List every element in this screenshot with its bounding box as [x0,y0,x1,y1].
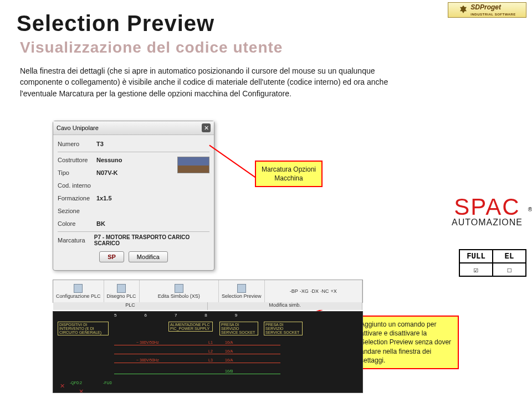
cad-txt-l1-v: ~ 380V/50Hz [136,340,159,344]
edita-simbolo-icon [175,284,183,293]
spac-small: AUTOMAZIONE [452,218,523,227]
cad-tag-l2: L2 [208,349,213,353]
cad-tag-l3: L3 [208,358,213,362]
val-numero: T3 [96,141,104,147]
dialog-title: Cavo Unipolare [57,125,99,131]
cad-highlight-circle [246,311,263,312]
cad-comp-qf: -QF0:2 [70,381,82,385]
el-check: ☐ [493,263,526,276]
toolbar-item-selection-preview[interactable]: Selection Preview [219,280,265,302]
val-formazione: 1x1.5 [96,195,112,201]
cad-txt-l3-v: ~ 380V/50Hz [136,358,159,362]
lbl-formazione: Formazione [58,195,96,201]
registered-mark: ® [528,206,532,213]
iconstrip-3[interactable]: ·NC [320,288,329,294]
iconstrip-1[interactable]: -XG [300,288,309,294]
toolbar-lbl-2: Edita Simbolo (XS) [158,293,200,299]
gear-icon [458,5,468,15]
val-colore: BK [96,220,105,227]
sdproget-logo: SDProget INDUSTRIAL SOFTWARE [448,2,526,18]
toolbar-lbl-3: Selection Preview [222,293,262,299]
dialog-titlebar: Cavo Unipolare ✕ [53,121,214,135]
lbl-numero: Numero [58,141,96,147]
iconstrip-2[interactable]: ·DX [310,288,319,294]
cad-wire-pe [114,374,280,374]
callout-marcatura: Marcatura Opzioni Macchina [255,161,323,187]
callout1-line1: Marcatura Opzioni [262,166,316,173]
el-label: EL [493,250,526,263]
full-label: FULL [459,250,493,263]
cad-comp-fu: -FU0 [103,381,112,385]
disegno-plc-icon [117,284,126,293]
cad-amp-l3: 16/A [225,358,233,362]
cad-amp-l1: 16/A [225,340,233,344]
lbl-tipo: Tipo [58,169,96,176]
config-plc-icon [74,284,83,293]
svg-marker-0 [460,6,467,13]
full-check: ☑ [459,263,493,276]
cad-wire-l1 [114,345,280,345]
col-6: 6 [144,313,146,318]
sdproget-brand: SDProget [470,3,501,11]
ribbon-toolbar: Configurazione PLC Disegno PLC Edita Sim… [53,280,363,303]
sp-button[interactable]: SP [99,251,124,262]
callout2-text: Aggiunto un comando per attivare e disat… [360,321,451,364]
toolbar-item-disegno-plc[interactable]: Disegno PLC [104,280,140,302]
page-title: Selection Preview [17,11,214,36]
iconstrip-4[interactable]: +X [330,288,336,294]
col-5: 5 [114,313,116,318]
col-7: 7 [175,313,177,318]
cad-canvas: 5 6 7 8 9 DISPOSITIVI DI INTERVENTO (E D… [53,311,363,393]
col-8: 8 [204,313,207,318]
cad-block-2: PRESA DI SERVIZIO SERVICE SOCKET [219,322,258,335]
col-9: 9 [235,313,237,318]
news-vertical-text: News [526,19,532,58]
lbl-codint: Cod. interno [58,182,96,189]
cad-wire-l2 [114,354,280,354]
spac-big: SPAC [448,197,526,218]
callout1-line2: Macchina [274,174,303,182]
toolbar-bottom-1: Modifica simb. [208,302,362,310]
cad-block-0: DISPOSITIVI DI INTERVENTO (E DI CIRCUITO… [58,322,109,335]
cad-block-1: ALIMENTAZIONE PLC PIC_POWER SUPPLY [168,322,213,332]
toolbar-item-edita-simbolo[interactable]: Edita Simbolo (XS) [140,280,219,302]
cad-amp-l2: 16/A [225,349,233,353]
val-costruttore: Nessuno [96,157,122,163]
full-el-table: FULL EL ☑ ☐ [459,249,526,277]
cad-wire-l3 [114,363,280,363]
lbl-costruttore: Costruttore [58,157,96,163]
lbl-sezione: Sezione [58,208,96,214]
cad-cross-icon-2: ✕ [79,388,84,393]
val-tipo: N07V-K [96,169,118,176]
callout-comando: Aggiunto un comando per attivare e disat… [354,316,459,369]
cad-cross-icon-1: ✕ [60,383,65,390]
toolbar-iconstrip: -BP -XG ·DX ·NC +X [265,280,362,302]
toolbar-lbl-0: Configurazione PLC [56,293,101,299]
close-icon[interactable]: ✕ [202,123,211,132]
val-marcatura: P7 - MOTORE TRASPORTO CARICO SCARICO [94,234,209,246]
toolbar-item-config-plc[interactable]: Configurazione PLC [53,280,104,302]
toolbar-bottom-strip: PLC Modifica simb. [53,302,362,310]
spac-logo: SPAC AUTOMAZIONE ® [448,197,526,228]
toolbar-lbl-1: Disegno PLC [107,293,136,299]
body-text: Nella finestra dei dettagli (che si apre… [20,65,397,99]
lbl-colore: Colore [58,220,96,227]
cad-block-3: PRESA DI SERVIZIO SERVICE SOCKET [264,322,303,335]
cad-tag-l1: L1 [208,340,213,344]
modifica-button[interactable]: Modifica [129,251,168,262]
selection-preview-icon [237,284,246,293]
page-subtitle: Visualizzazione del codice utente [20,39,283,56]
iconstrip-0[interactable]: -BP [290,288,298,294]
toolbar-bottom-0: PLC [53,302,208,310]
cad-column-headers: 5 6 7 8 9 [114,313,237,318]
sdproget-sub: INDUSTRIAL SOFTWARE [470,13,515,16]
cad-amp-pe: 16/B [225,369,233,373]
lbl-marcatura: Marcatura [58,237,94,244]
